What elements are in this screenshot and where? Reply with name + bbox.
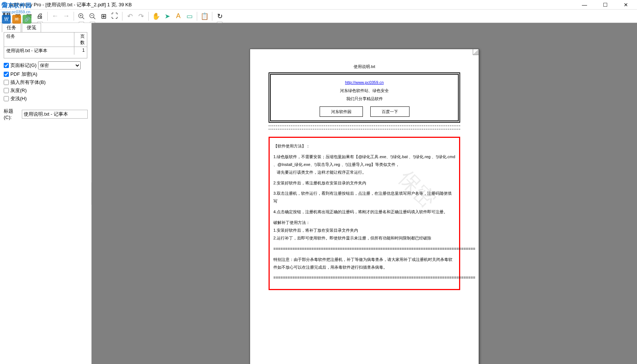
thumbnail-grid-button[interactable]: ⊞ [98,11,109,21]
tab-notes[interactable]: 便笺 [22,23,41,32]
instructions-box: 【软件使用方法】： 1.绿色版软件，不需要安装；压缩包里如果有【@绿化工具.ex… [269,137,460,290]
print-button[interactable]: 🖨P [35,11,45,21]
page-mark-select[interactable]: 保密 [38,61,81,69]
zoom-in-button[interactable]: + [76,11,87,21]
site-name-box: 河东软件园 [320,106,363,117]
redo-button[interactable]: ↷ [136,11,146,21]
svg-line-5 [94,17,95,19]
shallow-checkbox[interactable] [4,96,9,101]
page-corner-icon [473,49,479,55]
svg-line-1 [82,17,84,19]
send-button[interactable]: ✉E [13,11,23,21]
baidu-box: 百度一下 [370,106,410,117]
site-url: http://www.pc0359.cn [345,80,384,85]
pdf-encrypt-label: PDF 加密(A) [10,71,37,78]
fit-page-button[interactable]: ⛶ [109,11,120,21]
doc-filename: 使用说明.txt [269,64,460,69]
sidebar: 任务 便笺 任务 页数 使用说明.txt - 记事本 1 页面标记(G) 保密 [0,23,92,364]
title-input[interactable] [22,110,88,119]
pdf-page: 保密 使用说明.txt http://www.pc0359.cn 河东绿色软件站… [250,49,479,364]
minimize-button[interactable]: — [578,1,591,8]
close-button[interactable]: ✕ [619,1,633,8]
titlebar: pdf pdfFactory Pro - [使用说明.txt - 记事本_2.p… [0,0,637,10]
select-tool-button[interactable]: ➤ [162,11,172,21]
toolbar: 💾 ✉E ✉S 🖨P ← → + − ⊞ ⛶ ↶ ↷ ✋ ➤ A ▭ 📋 ↻R [0,10,637,23]
embed-fonts-label: 插入所有字体(B) [10,79,46,86]
shallow-label: 变浅(H) [10,95,27,102]
col-task-header: 任务 [4,33,74,47]
page-mark-label: 页面标记(G) [10,62,37,69]
embed-fonts-checkbox[interactable] [4,80,9,85]
text-tool-button[interactable]: A [173,11,183,21]
snapshot-button[interactable]: 📋 [199,11,210,21]
zoom-out-button[interactable]: − [87,11,98,21]
window-title: pdfFactory Pro - [使用说明.txt - 记事本_2.pdf] … [10,1,578,8]
pdf-viewer[interactable]: 保密 使用说明.txt http://www.pc0359.cn 河东绿色软件站… [92,23,637,364]
header-box: http://www.pc0359.cn 河东绿色软件站、绿色安全 我们只分享精… [269,72,460,123]
task-row[interactable]: 使用说明.txt - 记事本 1 [4,47,87,55]
col-pages-header: 页数 [74,33,87,47]
hand-tool-button[interactable]: ✋ [151,11,161,21]
pdf-encrypt-checkbox[interactable] [4,72,9,77]
app-icon: pdf [1,2,7,8]
task-table: 任务 页数 使用说明.txt - 记事本 1 [4,32,87,58]
page-mark-checkbox[interactable] [4,63,9,68]
tab-task[interactable]: 任务 [2,23,21,32]
grayscale-checkbox[interactable] [4,88,9,93]
title-label: 标题(C): [4,108,20,120]
send2-button[interactable]: ✉S [24,11,34,21]
area-tool-button[interactable]: ▭ [184,11,195,21]
forward-button[interactable]: → [61,11,71,21]
save-button[interactable]: 💾 [1,11,12,21]
rotate-button[interactable]: ↻R [215,11,225,21]
back-button[interactable]: ← [50,11,60,21]
grayscale-label: 灰度(R) [10,87,27,94]
undo-button[interactable]: ↶ [125,11,135,21]
maximize-button[interactable]: ☐ [599,1,612,8]
